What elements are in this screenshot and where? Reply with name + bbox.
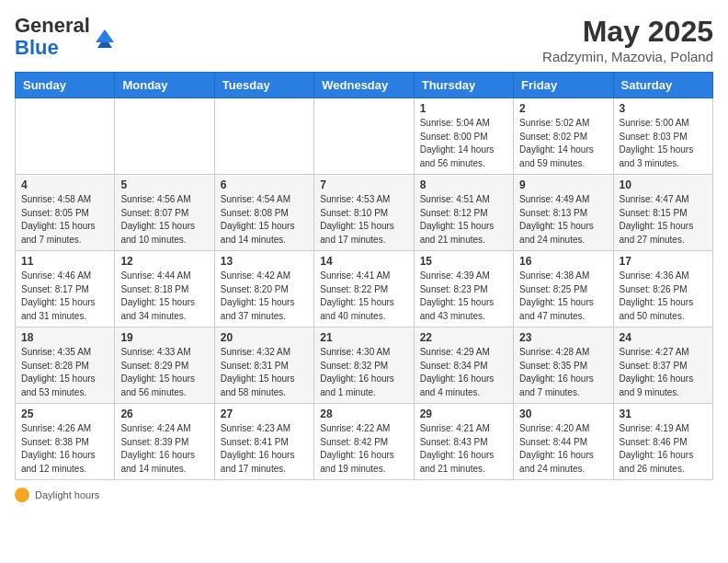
day-number: 30: [519, 408, 607, 420]
day-number: 31: [620, 408, 707, 420]
calendar-cell: 11Sunrise: 4:46 AM Sunset: 8:17 PM Dayli…: [16, 251, 115, 327]
day-detail: Sunrise: 4:35 AM Sunset: 8:28 PM Dayligh…: [21, 346, 108, 399]
day-number: 7: [320, 178, 407, 191]
day-detail: Sunrise: 4:39 AM Sunset: 8:23 PM Dayligh…: [420, 270, 507, 323]
calendar-cell: 13Sunrise: 4:42 AM Sunset: 8:20 PM Dayli…: [214, 251, 313, 327]
calendar-week-5: 25Sunrise: 4:26 AM Sunset: 8:38 PM Dayli…: [16, 404, 713, 480]
calendar-cell: 10Sunrise: 4:47 AM Sunset: 8:15 PM Dayli…: [613, 175, 712, 251]
logo: General Blue: [15, 15, 118, 59]
day-number: 13: [221, 255, 308, 268]
day-detail: Sunrise: 4:47 AM Sunset: 8:15 PM Dayligh…: [620, 193, 707, 247]
day-number: 27: [221, 408, 308, 420]
day-number: 2: [519, 102, 607, 115]
calendar-header-sunday: Sunday: [16, 73, 115, 98]
day-number: 21: [320, 331, 407, 344]
calendar-cell: 20Sunrise: 4:32 AM Sunset: 8:31 PM Dayli…: [214, 327, 313, 404]
day-number: 9: [519, 178, 607, 191]
day-detail: Sunrise: 4:46 AM Sunset: 8:17 PM Dayligh…: [21, 270, 108, 323]
calendar-cell: 30Sunrise: 4:20 AM Sunset: 8:44 PM Dayli…: [514, 404, 613, 480]
day-detail: Sunrise: 5:02 AM Sunset: 8:02 PM Dayligh…: [519, 117, 607, 170]
day-detail: Sunrise: 4:41 AM Sunset: 8:22 PM Dayligh…: [320, 270, 407, 323]
day-number: 12: [120, 255, 208, 268]
day-detail: Sunrise: 4:21 AM Sunset: 8:43 PM Dayligh…: [420, 422, 507, 476]
calendar-cell: [314, 98, 414, 175]
calendar-cell: 19Sunrise: 4:33 AM Sunset: 8:29 PM Dayli…: [115, 327, 214, 404]
day-detail: Sunrise: 4:27 AM Sunset: 8:37 PM Dayligh…: [620, 346, 707, 399]
day-detail: Sunrise: 5:04 AM Sunset: 8:00 PM Dayligh…: [420, 117, 507, 170]
calendar-cell: 12Sunrise: 4:44 AM Sunset: 8:18 PM Dayli…: [115, 251, 214, 327]
calendar-cell: 8Sunrise: 4:51 AM Sunset: 8:12 PM Daylig…: [414, 175, 513, 251]
day-number: 23: [519, 331, 607, 344]
day-number: 17: [620, 255, 707, 268]
day-detail: Sunrise: 4:38 AM Sunset: 8:25 PM Dayligh…: [519, 270, 607, 323]
calendar-header-monday: Monday: [115, 73, 214, 98]
day-detail: Sunrise: 4:36 AM Sunset: 8:26 PM Dayligh…: [620, 270, 707, 323]
calendar-header-saturday: Saturday: [613, 73, 712, 98]
calendar-cell: 16Sunrise: 4:38 AM Sunset: 8:25 PM Dayli…: [514, 251, 613, 327]
calendar-cell: 1Sunrise: 5:04 AM Sunset: 8:00 PM Daylig…: [414, 98, 513, 175]
day-number: 24: [620, 331, 707, 344]
logo-blue: Blue: [15, 36, 59, 59]
calendar-week-3: 11Sunrise: 4:46 AM Sunset: 8:17 PM Dayli…: [16, 251, 713, 327]
calendar-cell: 7Sunrise: 4:53 AM Sunset: 8:10 PM Daylig…: [314, 175, 414, 251]
calendar-header-friday: Friday: [514, 73, 613, 98]
svg-marker-0: [96, 29, 114, 42]
day-number: 20: [221, 331, 308, 344]
calendar-week-2: 4Sunrise: 4:58 AM Sunset: 8:05 PM Daylig…: [16, 175, 713, 251]
calendar-cell: [115, 98, 214, 175]
day-detail: Sunrise: 4:23 AM Sunset: 8:41 PM Dayligh…: [221, 422, 308, 476]
day-detail: Sunrise: 4:54 AM Sunset: 8:08 PM Dayligh…: [221, 193, 308, 247]
day-detail: Sunrise: 4:42 AM Sunset: 8:20 PM Dayligh…: [221, 270, 308, 323]
calendar-cell: 25Sunrise: 4:26 AM Sunset: 8:38 PM Dayli…: [16, 404, 115, 480]
day-number: 6: [221, 178, 308, 191]
day-number: 14: [320, 255, 407, 268]
day-number: 28: [320, 408, 407, 420]
day-number: 4: [21, 178, 108, 191]
day-number: 22: [420, 331, 507, 344]
day-number: 19: [120, 331, 208, 344]
calendar-cell: 24Sunrise: 4:27 AM Sunset: 8:37 PM Dayli…: [613, 327, 712, 404]
day-number: 25: [21, 408, 108, 420]
calendar-table: SundayMondayTuesdayWednesdayThursdayFrid…: [15, 72, 713, 480]
day-number: 16: [519, 255, 607, 268]
calendar-cell: 14Sunrise: 4:41 AM Sunset: 8:22 PM Dayli…: [314, 251, 414, 327]
day-detail: Sunrise: 4:58 AM Sunset: 8:05 PM Dayligh…: [21, 193, 108, 247]
day-detail: Sunrise: 4:51 AM Sunset: 8:12 PM Dayligh…: [420, 193, 507, 247]
calendar-cell: 31Sunrise: 4:19 AM Sunset: 8:46 PM Dayli…: [613, 404, 712, 480]
calendar-cell: 3Sunrise: 5:00 AM Sunset: 8:03 PM Daylig…: [613, 98, 712, 175]
sun-icon: [15, 488, 29, 502]
calendar-header-tuesday: Tuesday: [214, 73, 313, 98]
title-block: May 2025 Radzymin, Mazovia, Poland: [542, 15, 713, 64]
day-detail: Sunrise: 4:28 AM Sunset: 8:35 PM Dayligh…: [519, 346, 607, 399]
day-number: 10: [620, 178, 707, 191]
day-number: 5: [120, 178, 208, 191]
calendar-week-4: 18Sunrise: 4:35 AM Sunset: 8:28 PM Dayli…: [16, 327, 713, 404]
day-number: 8: [420, 178, 507, 191]
calendar-cell: 18Sunrise: 4:35 AM Sunset: 8:28 PM Dayli…: [16, 327, 115, 404]
day-detail: Sunrise: 4:33 AM Sunset: 8:29 PM Dayligh…: [120, 346, 208, 399]
calendar-cell: [214, 98, 313, 175]
calendar-cell: 29Sunrise: 4:21 AM Sunset: 8:43 PM Dayli…: [414, 404, 513, 480]
day-detail: Sunrise: 4:56 AM Sunset: 8:07 PM Dayligh…: [120, 193, 208, 247]
day-number: 3: [620, 102, 707, 115]
footer-row: Daylight hours: [15, 488, 713, 502]
calendar-cell: 6Sunrise: 4:54 AM Sunset: 8:08 PM Daylig…: [214, 175, 313, 251]
calendar-cell: [16, 98, 115, 175]
logo-general: General: [15, 14, 90, 37]
day-detail: Sunrise: 4:22 AM Sunset: 8:42 PM Dayligh…: [320, 422, 407, 476]
day-number: 15: [420, 255, 507, 268]
calendar-cell: 2Sunrise: 5:02 AM Sunset: 8:02 PM Daylig…: [514, 98, 613, 175]
day-detail: Sunrise: 4:20 AM Sunset: 8:44 PM Dayligh…: [519, 422, 607, 476]
calendar-cell: 15Sunrise: 4:39 AM Sunset: 8:23 PM Dayli…: [414, 251, 513, 327]
calendar-cell: 27Sunrise: 4:23 AM Sunset: 8:41 PM Dayli…: [214, 404, 313, 480]
calendar-cell: 17Sunrise: 4:36 AM Sunset: 8:26 PM Dayli…: [613, 251, 712, 327]
day-detail: Sunrise: 4:49 AM Sunset: 8:13 PM Dayligh…: [519, 193, 607, 247]
day-detail: Sunrise: 4:19 AM Sunset: 8:46 PM Dayligh…: [620, 422, 707, 476]
calendar-cell: 28Sunrise: 4:22 AM Sunset: 8:42 PM Dayli…: [314, 404, 414, 480]
footer: Daylight hours: [15, 488, 713, 502]
calendar-cell: 9Sunrise: 4:49 AM Sunset: 8:13 PM Daylig…: [514, 175, 613, 251]
day-number: 18: [21, 331, 108, 344]
daylight-label: Daylight hours: [35, 489, 99, 500]
calendar-cell: 26Sunrise: 4:24 AM Sunset: 8:39 PM Dayli…: [115, 404, 214, 480]
day-detail: Sunrise: 4:24 AM Sunset: 8:39 PM Dayligh…: [120, 422, 208, 476]
